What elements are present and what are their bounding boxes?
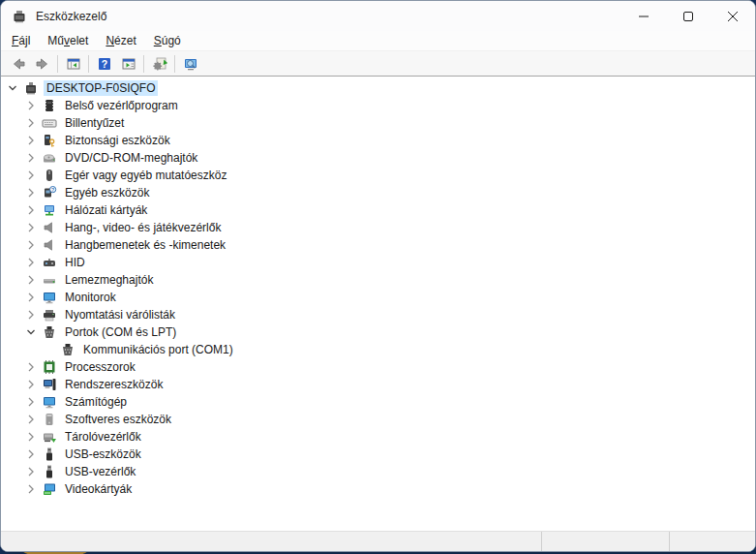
tree-item-label: Biztonsági eszközök <box>62 133 173 148</box>
tree-item[interactable]: Processzorok <box>1 358 755 376</box>
arrow-right-icon <box>35 56 50 72</box>
chevron-right-icon[interactable] <box>23 359 39 375</box>
maximize-button[interactable] <box>666 1 711 31</box>
tree-item[interactable]: Monitorok <box>1 289 755 306</box>
chevron-right-icon[interactable] <box>23 446 39 462</box>
hid-device-icon <box>42 255 57 270</box>
minimize-icon <box>639 12 649 21</box>
arrow-left-icon <box>11 56 26 72</box>
tree-item-label: Egér vagy egyéb mutatóeszköz <box>62 168 229 183</box>
action-pane-icon <box>121 56 136 72</box>
security-device-icon <box>42 133 57 148</box>
tree-item[interactable]: Kommunikációs port (COM1) <box>1 341 755 358</box>
chevron-right-icon[interactable] <box>23 185 39 200</box>
chevron-right-icon[interactable] <box>23 255 39 270</box>
chevron-down-icon[interactable] <box>23 324 39 340</box>
tree-item-label: Számítógép <box>62 394 130 410</box>
chevron-right-icon[interactable] <box>23 394 39 410</box>
tree-item[interactable]: Biztonsági eszközök <box>1 132 755 149</box>
chevron-right-icon[interactable] <box>23 98 39 113</box>
tree-item-label: Portok (COM és LPT) <box>62 324 179 340</box>
tree-item[interactable]: Belső vezérlőprogram <box>1 97 755 114</box>
storage-controller-icon <box>42 429 57 445</box>
show-hide-console-tree-button[interactable] <box>61 53 85 75</box>
scan-hardware-changes-button[interactable] <box>147 53 171 75</box>
tree-item[interactable]: Számítógép <box>1 393 755 411</box>
chevron-right-icon[interactable] <box>23 272 39 288</box>
chevron-right-icon[interactable] <box>23 377 39 392</box>
tree-item[interactable]: ?Egyéb eszközök <box>1 184 755 201</box>
tree-item[interactable]: DVD/CD-ROM-meghajtók <box>1 149 755 167</box>
tree-item[interactable]: Lemezmeghajtók <box>1 271 755 289</box>
tree-item[interactable]: Rendszereszközök <box>1 376 755 393</box>
tree-item[interactable]: Hangbemenetek és -kimenetek <box>1 236 755 254</box>
chevron-right-icon[interactable] <box>23 168 39 183</box>
menu-item-sugo[interactable]: Súgó <box>145 32 190 49</box>
chevron-right-icon[interactable] <box>23 220 39 235</box>
help-button[interactable]: ? <box>92 53 116 75</box>
tree-item-label: Processzorok <box>62 359 138 375</box>
tree-item[interactable]: Hang-, video- és játékvezérlők <box>1 219 755 236</box>
tree-item-label: DESKTOP-F0SIQFO <box>44 80 158 96</box>
tree-item-label: Lemezmeghajtók <box>62 272 156 288</box>
forward-button[interactable] <box>30 53 54 75</box>
chevron-right-icon[interactable] <box>23 412 39 427</box>
statusbar-segment <box>1 532 541 551</box>
menu-item-fajl[interactable]: Fájl <box>3 32 39 49</box>
toolbar-separator <box>143 55 144 73</box>
usb-icon <box>42 446 57 462</box>
menu-item-muvelet[interactable]: Művelet <box>39 32 97 49</box>
chevron-right-icon[interactable] <box>23 464 39 479</box>
monitor-icon <box>42 290 57 305</box>
back-button[interactable] <box>6 53 30 75</box>
tree-item[interactable]: USB-vezérlők <box>1 463 755 480</box>
close-button[interactable] <box>711 1 755 31</box>
twisty-spacer <box>42 342 57 357</box>
search-devices-button[interactable] <box>178 53 202 75</box>
tree-item-label: Hálózati kártyák <box>62 202 150 218</box>
tree-item-label: Egyéb eszközök <box>62 185 152 200</box>
tree-item[interactable]: DESKTOP-F0SIQFO <box>1 79 755 97</box>
tree-item[interactable]: USB-eszközök <box>1 446 755 463</box>
chevron-right-icon[interactable] <box>23 202 39 218</box>
tree-item[interactable]: Egér vagy egyéb mutatóeszköz <box>1 167 755 184</box>
chevron-right-icon[interactable] <box>23 481 39 497</box>
chevron-right-icon[interactable] <box>23 133 39 148</box>
firmware-chip-icon <box>42 98 57 113</box>
chevron-down-icon[interactable] <box>5 80 20 96</box>
tree-item-label: HID <box>62 255 88 270</box>
tree-item[interactable]: Tárolóvezérlők <box>1 428 755 446</box>
serial-port-icon <box>42 324 57 340</box>
chevron-right-icon[interactable] <box>23 150 39 166</box>
tree-item[interactable]: HID <box>1 254 755 271</box>
search-screen-icon <box>183 56 198 72</box>
minimize-button[interactable] <box>621 1 666 31</box>
status-bar <box>1 531 755 551</box>
chevron-right-icon[interactable] <box>23 290 39 305</box>
tree-item-label: Szoftveres eszközök <box>62 412 174 427</box>
usb-icon <box>42 464 57 479</box>
tree-item-label: Rendszereszközök <box>62 377 166 392</box>
chevron-right-icon[interactable] <box>23 237 39 253</box>
chevron-right-icon[interactable] <box>23 429 39 445</box>
tree-item[interactable]: Billentyűzet <box>1 114 755 132</box>
system-device-icon <box>42 377 57 392</box>
chevron-right-icon[interactable] <box>23 307 39 323</box>
menu-item-nezet[interactable]: Nézet <box>97 32 144 49</box>
toolbar-separator <box>174 55 175 73</box>
tree-item[interactable]: Szoftveres eszközök <box>1 411 755 428</box>
tree-item-label: Billentyűzet <box>62 115 127 131</box>
speaker-icon <box>42 237 57 253</box>
chevron-right-icon[interactable] <box>23 115 39 131</box>
tree-item[interactable]: Nyomtatási várólisták <box>1 306 755 323</box>
tree-item[interactable]: Portok (COM és LPT) <box>1 323 755 341</box>
tree-item[interactable]: Hálózati kártyák <box>1 201 755 219</box>
statusbar-segment <box>541 532 669 551</box>
tree-item-label: USB-eszközök <box>62 446 144 462</box>
titlebar[interactable]: Eszközkezelő <box>1 1 755 31</box>
action-pane-button[interactable] <box>116 53 140 75</box>
statusbar-segment <box>669 532 755 551</box>
tree-item[interactable]: Videokártyák <box>1 480 755 498</box>
toolbar-separator <box>57 55 58 73</box>
tree-item-label: Hang-, video- és játékvezérlők <box>62 220 224 235</box>
